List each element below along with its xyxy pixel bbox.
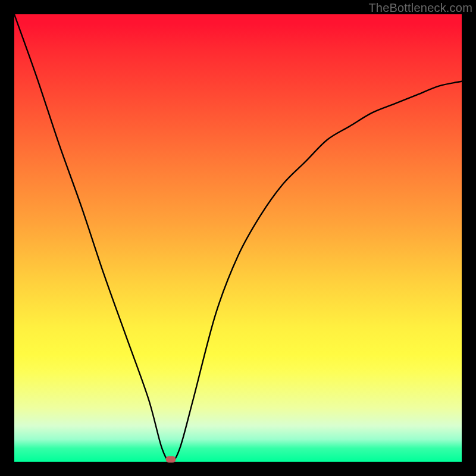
watermark-label: TheBottleneck.com xyxy=(368,1,472,15)
optimum-marker xyxy=(166,456,176,463)
plot-area xyxy=(14,14,462,462)
chart-curve xyxy=(14,14,462,462)
